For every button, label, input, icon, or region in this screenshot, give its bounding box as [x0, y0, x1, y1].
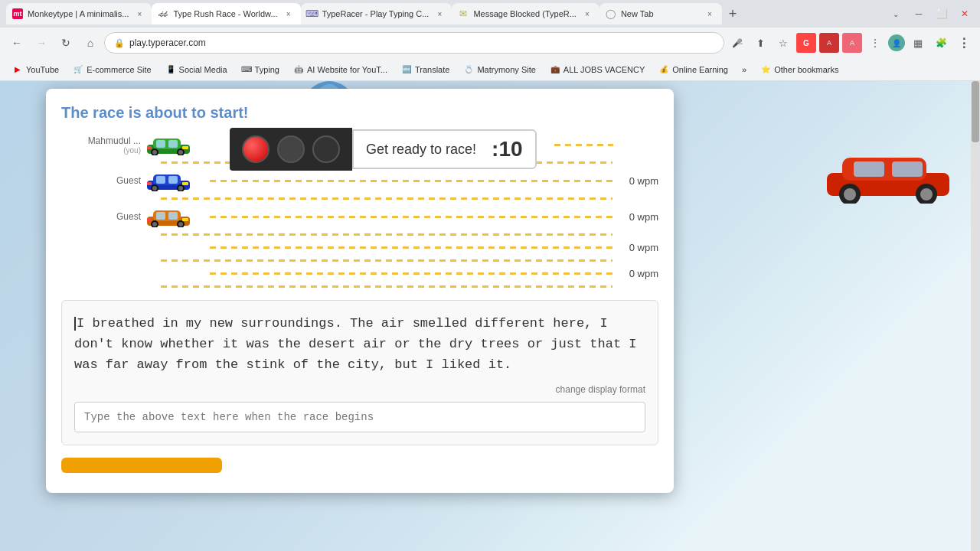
- car-container-1: [145, 134, 207, 155]
- car-container-2: [145, 170, 207, 191]
- light-red: [242, 135, 270, 163]
- svg-point-27: [178, 186, 183, 191]
- svg-rect-28: [182, 182, 188, 185]
- svg-rect-23: [168, 176, 178, 184]
- change-format-container: change display format: [74, 382, 645, 396]
- bookmark-ecommerce[interactable]: 🛒 E-commerce Site: [67, 62, 157, 77]
- wpm-3: 0 wpm: [616, 211, 658, 223]
- svg-point-35: [152, 222, 157, 227]
- svg-rect-5: [892, 161, 923, 177]
- close-button[interactable]: ✕: [956, 5, 974, 23]
- bookmark-earning[interactable]: 💰 Online Earning: [652, 62, 734, 77]
- racer-row-4: 0 wpm: [61, 242, 658, 253]
- title-bar: mt Monkeytype | A minimalis... × 🏎 Type …: [0, 0, 980, 28]
- tab-message[interactable]: ✉ Message Blocked (TypeR... ×: [452, 3, 599, 24]
- race-status-overlay: Get ready to race! :10: [230, 128, 537, 171]
- race-area: Mahmudul ... (you): [61, 134, 658, 288]
- bookmark-typing[interactable]: ⌨ Typing: [235, 62, 286, 77]
- tab-monkeytype[interactable]: mt Monkeytype | A minimalis... ×: [6, 3, 152, 24]
- svg-rect-4: [854, 161, 884, 177]
- track-dashes-5: [210, 272, 613, 275]
- youtube-icon: ▶: [12, 64, 23, 75]
- track-dashes-3: [210, 216, 613, 218]
- typing-input[interactable]: [74, 402, 645, 432]
- bookmark-youtube[interactable]: ▶ YouTube: [6, 62, 65, 77]
- tab-close-4[interactable]: ×: [581, 8, 593, 20]
- grammarly-icon[interactable]: G: [796, 33, 816, 53]
- svg-point-25: [152, 186, 157, 191]
- social-icon: 📱: [165, 64, 176, 75]
- page-scrollbar[interactable]: [971, 81, 980, 551]
- page-content: The race is about to start! Mahmudul ...…: [0, 81, 980, 551]
- extensions-icon[interactable]: 🧩: [931, 33, 951, 53]
- bookmark-translate[interactable]: 🔤 Translate: [395, 62, 456, 77]
- car-orange: [145, 206, 191, 227]
- sidebar-icon[interactable]: ▦: [908, 33, 928, 53]
- tab-close-5[interactable]: ×: [704, 8, 716, 20]
- track-line-4: [161, 259, 612, 262]
- back-button[interactable]: ←: [6, 32, 28, 54]
- svg-rect-38: [182, 218, 188, 221]
- mouse-cursor: [557, 357, 560, 360]
- other-bookmarks-icon: ⭐: [760, 64, 771, 75]
- tab-close-2[interactable]: ×: [283, 8, 295, 20]
- bookmark-label-social: Social Media: [179, 65, 227, 74]
- minimize-button[interactable]: ─: [910, 5, 928, 23]
- countdown-display: :10: [492, 137, 522, 161]
- translate-icon: 🔤: [401, 64, 412, 75]
- tab-new[interactable]: ◯ New Tab ×: [599, 3, 722, 24]
- svg-rect-19: [147, 146, 152, 149]
- svg-rect-12: [156, 140, 165, 148]
- bookmark-label-ecommerce: E-commerce Site: [87, 65, 151, 74]
- svg-point-15: [152, 150, 157, 155]
- svg-rect-29: [147, 182, 152, 185]
- tab-favicon-tr: 🏎: [158, 8, 168, 19]
- bookmark-ai[interactable]: 🤖 AI Website for YouT...: [287, 62, 394, 77]
- jobs-icon: 💼: [550, 64, 560, 75]
- tab-label-2: Type Rush Race - Worldw...: [173, 9, 277, 18]
- maximize-button[interactable]: ⬜: [933, 5, 951, 23]
- car-blue: [145, 170, 191, 191]
- svg-rect-33: [168, 212, 178, 220]
- race-dialog: The race is about to start! Mahmudul ...…: [46, 89, 674, 493]
- forward-button[interactable]: →: [31, 32, 52, 54]
- mic-off-icon[interactable]: 🎤̶: [727, 33, 747, 53]
- new-tab-button[interactable]: +: [722, 3, 743, 24]
- ext-icon-2[interactable]: A: [842, 33, 862, 53]
- race-action-button[interactable]: [61, 458, 222, 473]
- profile-icon[interactable]: 👤: [888, 34, 905, 51]
- svg-rect-22: [156, 176, 165, 184]
- bookmark-others[interactable]: ⭐ Other bookmarks: [754, 62, 844, 77]
- car-container-3: [145, 206, 207, 227]
- reload-button[interactable]: ↻: [55, 32, 77, 54]
- tab-typeRush[interactable]: 🏎 Type Rush Race - Worldw... ×: [152, 3, 300, 24]
- ext-icon-3[interactable]: ⋮: [865, 33, 885, 53]
- track-dashes-4: [210, 246, 613, 249]
- svg-rect-39: [147, 218, 152, 221]
- tab-typeRacer[interactable]: ⌨ TypeRacer - Play Typing C... ×: [301, 3, 452, 24]
- tab-close-3[interactable]: ×: [433, 8, 446, 20]
- bookmarks-bar: ▶ YouTube 🛒 E-commerce Site 📱 Social Med…: [0, 58, 980, 81]
- change-display-format-link[interactable]: change display format: [556, 384, 645, 395]
- bookmark-matrimony[interactable]: 💍 Matrymony Site: [457, 62, 541, 77]
- bookmark-social[interactable]: 📱 Social Media: [159, 62, 234, 77]
- ext-icon-1[interactable]: A: [819, 33, 839, 53]
- race-info-box: Get ready to race! :10: [352, 129, 537, 169]
- address-bar[interactable]: 🔒 play.typeracer.com: [104, 32, 724, 54]
- racer-row-2: Guest: [61, 170, 658, 191]
- home-button[interactable]: ⌂: [80, 32, 101, 54]
- bookmark-overflow[interactable]: »: [736, 63, 753, 77]
- bookmark-label-jobs: ALL JOBS VACENCY: [564, 65, 645, 74]
- tab-overflow-button[interactable]: ⌄: [887, 5, 905, 23]
- share-icon[interactable]: ⬆: [750, 33, 770, 53]
- tab-label-3: TypeRacer - Play Typing C...: [322, 9, 430, 18]
- text-cursor: [74, 317, 76, 331]
- menu-icon[interactable]: ⋮: [954, 33, 974, 53]
- bookmark-jobs[interactable]: 💼 ALL JOBS VACENCY: [544, 62, 651, 77]
- svg-point-7: [844, 188, 856, 201]
- ready-text: Get ready to race!: [366, 142, 476, 158]
- tab-close-1[interactable]: ×: [133, 8, 145, 20]
- matrimony-icon: 💍: [463, 64, 474, 75]
- bookmark-star-icon[interactable]: ☆: [773, 33, 793, 53]
- scrollbar-thumb[interactable]: [972, 81, 979, 142]
